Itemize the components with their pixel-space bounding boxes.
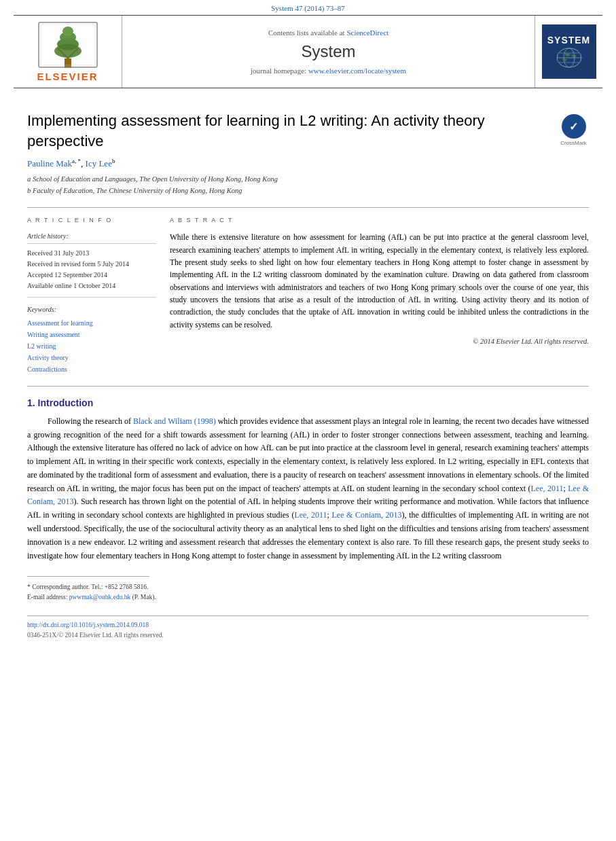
black-wiliam-link[interactable]: Black and Wiliam (1998) (133, 416, 216, 426)
section-title-text: Introduction (38, 397, 94, 408)
keyword-2[interactable]: Writing assessment (27, 331, 80, 338)
crossmark-icon: ✓ (562, 114, 586, 139)
journal-header: ELSEVIER Contents lists available at Sci… (14, 15, 602, 88)
homepage-label: journal homepage: (251, 67, 306, 75)
info-abstract-section: A R T I C L E I N F O Article history: R… (27, 207, 589, 375)
introduction-heading: 1. Introduction (27, 397, 589, 408)
keyword-3[interactable]: L2 writing (27, 342, 56, 350)
article-title: Implementing assessment for learning in … (27, 111, 558, 151)
crossmark-label: CrossMark (560, 140, 587, 146)
doi-link[interactable]: http://dx.doi.org/10.1016/j.system.2014.… (27, 622, 149, 628)
author-b-sup: b (112, 158, 115, 164)
homepage-url[interactable]: www.elsevier.com/locate/system (308, 67, 406, 75)
email-suffix: (P. Mak). (132, 594, 156, 601)
lee-coniam-link-a[interactable]: Lee & Coniam, 2013 (27, 484, 589, 507)
contents-line: Contents lists available at ScienceDirec… (268, 29, 388, 37)
available-date: Available online 1 October 2014 (27, 281, 156, 291)
elsevier-logo: ELSEVIER (37, 21, 98, 82)
contents-text: Contents lists available at (268, 29, 345, 37)
copyright-line: © 2014 Elsevier Ltd. All rights reserved… (170, 336, 589, 347)
section-divider (27, 386, 589, 387)
lee-2011-link-a[interactable]: Lee, 2011 (530, 484, 563, 493)
authors-line: Pauline Maka, *, Icy Leeb (27, 158, 589, 169)
abstract-text: While there is extensive literature on h… (170, 231, 589, 331)
journal-citation: System 47 (2014) 73–87 (0, 0, 616, 15)
system-logo-title: SYSTEM (547, 35, 591, 46)
accepted-date: Accepted 12 September 2014 (27, 270, 156, 281)
system-logo-box: SYSTEM (542, 24, 596, 79)
corresponding-author-note: * Corresponding author. Tel.: +852 2768 … (27, 582, 589, 592)
article-history-label: Article history: (27, 231, 156, 244)
elsevier-tree-icon (37, 21, 98, 69)
email-link[interactable]: pwwmak@ouhk.edu.hk (69, 594, 131, 601)
abstract-heading: A B S T R A C T (170, 216, 589, 226)
lee-2011-link-b[interactable]: Lee, 2011 (294, 510, 327, 520)
affiliation-b: b Faculty of Education, The Chinese Univ… (27, 185, 589, 196)
article-info-column: A R T I C L E I N F O Article history: R… (27, 216, 156, 375)
introduction-paragraph: Following the research of Black and Wili… (27, 415, 589, 563)
affiliation-a: a School of Education and Languages, The… (27, 174, 589, 185)
system-logo-section: SYSTEM (535, 16, 602, 88)
homepage-line: journal homepage: www.elsevier.com/locat… (251, 67, 406, 75)
abstract-column: A B S T R A C T While there is extensive… (170, 216, 589, 375)
article-title-section: Implementing assessment for learning in … (27, 111, 589, 151)
received-date: Received 31 July 2013 (27, 248, 156, 259)
keywords-list: Assessment for learning Writing assessme… (27, 317, 156, 375)
elsevier-logo-section: ELSEVIER (14, 16, 122, 88)
main-content: Implementing assessment for learning in … (0, 88, 616, 654)
author-pauline-link[interactable]: Pauline Mak (27, 159, 72, 169)
journal-info-center: Contents lists available at ScienceDirec… (122, 16, 535, 88)
author-icy-link[interactable]: Icy Lee (86, 159, 112, 169)
elsevier-wordmark: ELSEVIER (37, 71, 98, 82)
crossmark-badge[interactable]: ✓ CrossMark (558, 114, 589, 146)
page-footer: http://dx.doi.org/10.1016/j.system.2014.… (27, 615, 589, 641)
keywords-label: Keywords: (27, 304, 156, 315)
svg-point-6 (62, 26, 73, 36)
section-number: 1. (27, 397, 35, 408)
keyword-5[interactable]: Contradictions (27, 365, 67, 373)
lee-coniam-link-b[interactable]: Lee & Coniam, 2013 (331, 510, 401, 520)
email-label: E-mail address: (27, 594, 67, 601)
keyword-4[interactable]: Activity theory (27, 354, 69, 361)
keyword-1[interactable]: Assessment for learning (27, 319, 93, 327)
globe-icon (552, 46, 586, 69)
author-a-sup: a, * (72, 158, 81, 164)
article-history-block: Received 31 July 2013 Received in revise… (27, 248, 156, 298)
affiliations: a School of Education and Languages, The… (27, 174, 589, 197)
citation-text: System 47 (2014) 73–87 (271, 4, 344, 12)
journal-title: System (301, 42, 355, 61)
footnote-section: * Corresponding author. Tel.: +852 2768 … (27, 582, 589, 602)
revised-date: Received in revised form 5 July 2014 (27, 259, 156, 270)
article-info-heading: A R T I C L E I N F O (27, 216, 156, 226)
footer-copyright: 0346-251X/© 2014 Elsevier Ltd. All right… (27, 630, 589, 641)
email-line: E-mail address: pwwmak@ouhk.edu.hk (P. M… (27, 592, 589, 602)
sciencedirect-link[interactable]: ScienceDirect (346, 29, 388, 37)
footnote-divider (27, 576, 149, 577)
svg-rect-0 (65, 58, 71, 68)
